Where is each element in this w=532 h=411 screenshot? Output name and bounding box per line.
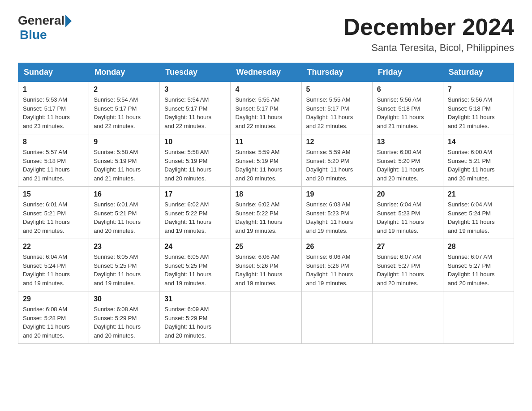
table-row: 17 Sunrise: 6:02 AMSunset: 5:22 PMDaylig… [160, 187, 231, 239]
table-row: 8 Sunrise: 5:57 AMSunset: 5:18 PMDayligh… [18, 134, 89, 187]
day-number: 19 [306, 190, 368, 198]
table-row: 9 Sunrise: 5:58 AMSunset: 5:19 PMDayligh… [89, 134, 160, 187]
logo-blue-text: Blue [20, 28, 47, 42]
day-number: 10 [164, 138, 226, 146]
table-row: 25 Sunrise: 6:06 AMSunset: 5:26 PMDaylig… [231, 239, 301, 291]
day-number: 2 [94, 86, 155, 94]
table-row: 20 Sunrise: 6:04 AMSunset: 5:23 PMDaylig… [372, 187, 443, 239]
day-number: 30 [94, 295, 155, 303]
calendar-week-row: 15 Sunrise: 6:01 AMSunset: 5:21 PMDaylig… [18, 187, 514, 239]
day-info: Sunrise: 6:03 AMSunset: 5:23 PMDaylight:… [306, 201, 353, 234]
table-row: 16 Sunrise: 6:01 AMSunset: 5:21 PMDaylig… [89, 187, 160, 239]
day-info: Sunrise: 5:58 AMSunset: 5:19 PMDaylight:… [164, 149, 211, 182]
table-row: 10 Sunrise: 5:58 AMSunset: 5:19 PMDaylig… [160, 134, 231, 187]
day-info: Sunrise: 5:55 AMSunset: 5:17 PMDaylight:… [235, 96, 282, 129]
table-row: 26 Sunrise: 6:06 AMSunset: 5:26 PMDaylig… [301, 239, 372, 291]
day-number: 12 [306, 138, 368, 146]
table-row: 3 Sunrise: 5:54 AMSunset: 5:17 PMDayligh… [160, 82, 231, 134]
day-number: 16 [94, 190, 155, 198]
day-number: 20 [377, 190, 438, 198]
day-info: Sunrise: 6:02 AMSunset: 5:22 PMDaylight:… [235, 201, 282, 234]
day-number: 22 [23, 243, 84, 251]
table-row: 15 Sunrise: 6:01 AMSunset: 5:21 PMDaylig… [18, 187, 89, 239]
calendar-week-row: 8 Sunrise: 5:57 AMSunset: 5:18 PMDayligh… [18, 134, 514, 187]
logo-general-text: General [18, 13, 64, 28]
day-number: 26 [306, 243, 368, 251]
day-number: 17 [164, 190, 226, 198]
day-info: Sunrise: 5:59 AMSunset: 5:19 PMDaylight:… [235, 149, 282, 182]
day-number: 15 [23, 190, 84, 198]
table-row: 29 Sunrise: 6:08 AMSunset: 5:28 PMDaylig… [18, 291, 89, 344]
day-number: 4 [235, 86, 296, 94]
day-number: 1 [23, 86, 84, 94]
day-number: 18 [235, 190, 296, 198]
table-row: 6 Sunrise: 5:56 AMSunset: 5:18 PMDayligh… [372, 82, 443, 134]
calendar-week-row: 22 Sunrise: 6:04 AMSunset: 5:24 PMDaylig… [18, 239, 514, 291]
day-number: 24 [164, 243, 226, 251]
day-info: Sunrise: 6:07 AMSunset: 5:27 PMDaylight:… [377, 253, 424, 287]
table-row: 2 Sunrise: 5:54 AMSunset: 5:17 PMDayligh… [89, 82, 160, 134]
table-row: 22 Sunrise: 6:04 AMSunset: 5:24 PMDaylig… [18, 239, 89, 291]
table-row [301, 291, 372, 344]
day-number: 8 [23, 138, 84, 146]
calendar-week-row: 29 Sunrise: 6:08 AMSunset: 5:28 PMDaylig… [18, 291, 514, 344]
header-saturday: Saturday [443, 63, 514, 82]
calendar-header-row: Sunday Monday Tuesday Wednesday Thursday… [18, 63, 514, 82]
day-number: 14 [448, 138, 509, 146]
calendar-table: Sunday Monday Tuesday Wednesday Thursday… [18, 63, 514, 344]
day-number: 23 [94, 243, 155, 251]
day-info: Sunrise: 6:04 AMSunset: 5:23 PMDaylight:… [377, 201, 424, 234]
logo-arrow-icon [65, 15, 72, 27]
day-info: Sunrise: 5:53 AMSunset: 5:17 PMDaylight:… [23, 96, 70, 129]
day-info: Sunrise: 6:06 AMSunset: 5:26 PMDaylight:… [235, 253, 282, 287]
day-info: Sunrise: 5:57 AMSunset: 5:18 PMDaylight:… [23, 149, 70, 182]
day-info: Sunrise: 6:01 AMSunset: 5:21 PMDaylight:… [23, 201, 70, 234]
table-row: 28 Sunrise: 6:07 AMSunset: 5:27 PMDaylig… [443, 239, 514, 291]
day-number: 5 [306, 86, 368, 94]
day-number: 9 [94, 138, 155, 146]
day-number: 11 [235, 138, 296, 146]
day-info: Sunrise: 5:58 AMSunset: 5:19 PMDaylight:… [94, 149, 141, 182]
header-thursday: Thursday [301, 63, 372, 82]
day-info: Sunrise: 6:00 AMSunset: 5:21 PMDaylight:… [448, 149, 495, 182]
day-number: 31 [164, 295, 226, 303]
day-info: Sunrise: 6:04 AMSunset: 5:24 PMDaylight:… [23, 253, 70, 287]
day-number: 29 [23, 295, 84, 303]
day-number: 6 [377, 86, 438, 94]
day-info: Sunrise: 6:09 AMSunset: 5:29 PMDaylight:… [164, 306, 211, 339]
day-info: Sunrise: 6:04 AMSunset: 5:24 PMDaylight:… [448, 201, 495, 234]
day-info: Sunrise: 6:02 AMSunset: 5:22 PMDaylight:… [164, 201, 211, 234]
table-row: 14 Sunrise: 6:00 AMSunset: 5:21 PMDaylig… [443, 134, 514, 187]
day-info: Sunrise: 6:01 AMSunset: 5:21 PMDaylight:… [94, 201, 141, 234]
calendar-week-row: 1 Sunrise: 5:53 AMSunset: 5:17 PMDayligh… [18, 82, 514, 134]
day-info: Sunrise: 6:05 AMSunset: 5:25 PMDaylight:… [94, 253, 141, 287]
table-row: 5 Sunrise: 5:55 AMSunset: 5:17 PMDayligh… [301, 82, 372, 134]
day-info: Sunrise: 5:56 AMSunset: 5:18 PMDaylight:… [377, 96, 424, 129]
table-row [231, 291, 301, 344]
table-row: 4 Sunrise: 5:55 AMSunset: 5:17 PMDayligh… [231, 82, 301, 134]
table-row: 11 Sunrise: 5:59 AMSunset: 5:19 PMDaylig… [231, 134, 301, 187]
table-row: 18 Sunrise: 6:02 AMSunset: 5:22 PMDaylig… [231, 187, 301, 239]
table-row: 19 Sunrise: 6:03 AMSunset: 5:23 PMDaylig… [301, 187, 372, 239]
table-row: 13 Sunrise: 6:00 AMSunset: 5:20 PMDaylig… [372, 134, 443, 187]
day-info: Sunrise: 5:54 AMSunset: 5:17 PMDaylight:… [94, 96, 141, 129]
day-info: Sunrise: 5:56 AMSunset: 5:18 PMDaylight:… [448, 96, 495, 129]
page-header: General Blue December 2024 Santa Teresit… [18, 13, 514, 54]
header-friday: Friday [372, 63, 443, 82]
header-tuesday: Tuesday [160, 63, 231, 82]
day-info: Sunrise: 6:08 AMSunset: 5:28 PMDaylight:… [23, 306, 70, 339]
table-row: 30 Sunrise: 6:08 AMSunset: 5:29 PMDaylig… [89, 291, 160, 344]
day-info: Sunrise: 6:08 AMSunset: 5:29 PMDaylight:… [94, 306, 141, 339]
day-info: Sunrise: 5:59 AMSunset: 5:20 PMDaylight:… [306, 149, 353, 182]
table-row: 31 Sunrise: 6:09 AMSunset: 5:29 PMDaylig… [160, 291, 231, 344]
table-row: 1 Sunrise: 5:53 AMSunset: 5:17 PMDayligh… [18, 82, 89, 134]
table-row: 7 Sunrise: 5:56 AMSunset: 5:18 PMDayligh… [443, 82, 514, 134]
table-row: 24 Sunrise: 6:05 AMSunset: 5:25 PMDaylig… [160, 239, 231, 291]
header-monday: Monday [89, 63, 160, 82]
header-sunday: Sunday [18, 63, 89, 82]
location-subtitle: Santa Teresita, Bicol, Philippines [343, 42, 514, 54]
day-number: 28 [448, 243, 509, 251]
day-info: Sunrise: 6:07 AMSunset: 5:27 PMDaylight:… [448, 253, 495, 287]
day-info: Sunrise: 6:06 AMSunset: 5:26 PMDaylight:… [306, 253, 353, 287]
day-info: Sunrise: 6:05 AMSunset: 5:25 PMDaylight:… [164, 253, 211, 287]
